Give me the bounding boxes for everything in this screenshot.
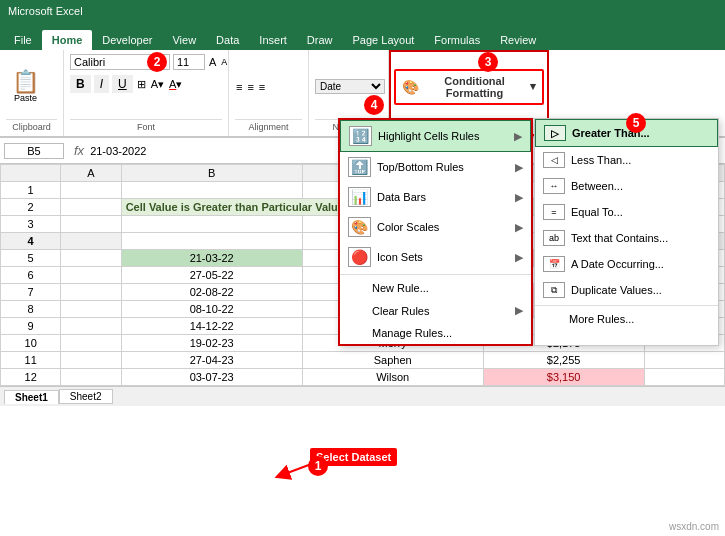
cell-a4[interactable]: [61, 233, 121, 250]
cell-b5[interactable]: 21-03-22: [121, 250, 302, 267]
clipboard-group: 📋 Paste Clipboard: [0, 50, 64, 136]
font-increase-button[interactable]: A: [208, 55, 217, 69]
cell-e12[interactable]: [644, 369, 724, 386]
cell-b8[interactable]: 08-10-22: [121, 301, 302, 318]
cell-b3[interactable]: [121, 216, 302, 233]
submenu-item-between[interactable]: ↔ Between...: [535, 173, 718, 199]
align-right-button[interactable]: ≡: [258, 80, 266, 94]
font-row2: B I U ⊞ A▾ A▾: [70, 75, 222, 93]
cell-a6[interactable]: [61, 267, 121, 284]
submenu-item-textcontains[interactable]: ab Text that Contains...: [535, 225, 718, 251]
paste-button[interactable]: 📋 Paste: [6, 68, 45, 106]
menu-item-databars[interactable]: 📊 Data Bars ▶: [340, 182, 531, 212]
equalto-icon: =: [543, 204, 565, 220]
title-text: Microsoft Excel: [8, 5, 83, 17]
cell-b4[interactable]: Date: [121, 233, 302, 250]
submenu-item-lessthan[interactable]: ◁ Less Than...: [535, 147, 718, 173]
cell-b6[interactable]: 27-05-22: [121, 267, 302, 284]
tab-developer[interactable]: Developer: [92, 30, 162, 50]
underline-button[interactable]: U: [112, 75, 133, 93]
cell-a2[interactable]: [61, 199, 121, 216]
align-center-button[interactable]: ≡: [246, 80, 254, 94]
cell-a9[interactable]: [61, 318, 121, 335]
font-decrease-button[interactable]: A: [220, 56, 228, 68]
tab-page-layout[interactable]: Page Layout: [343, 30, 425, 50]
row-num-1: 1: [1, 182, 61, 199]
cell-b1[interactable]: [121, 182, 302, 199]
cell-b9[interactable]: 14-12-22: [121, 318, 302, 335]
col-header-b[interactable]: B: [121, 165, 302, 182]
ribbon-tabs: File Home Developer View Data Insert Dra…: [0, 22, 725, 50]
sheet-tab-1[interactable]: Sheet1: [4, 390, 59, 404]
paste-icon: 📋: [12, 71, 39, 93]
col-header-a[interactable]: A: [61, 165, 121, 182]
menu-item-colorscales[interactable]: 🎨 Color Scales ▶: [340, 212, 531, 242]
menu-item-iconsets[interactable]: 🔴 Icon Sets ▶: [340, 242, 531, 272]
cell-c11[interactable]: Saphen: [302, 352, 483, 369]
number-format-select[interactable]: Date: [315, 79, 385, 94]
row-num-11: 11: [1, 352, 61, 369]
tab-data[interactable]: Data: [206, 30, 249, 50]
tab-home[interactable]: Home: [42, 30, 93, 50]
submenu-item-duplicatevalues[interactable]: ⧉ Duplicate Values...: [535, 277, 718, 303]
dateoccurring-icon: 📅: [543, 256, 565, 272]
fill-color-button[interactable]: A▾: [150, 77, 165, 92]
row-num-6: 6: [1, 267, 61, 284]
submenu-item-morerules[interactable]: More Rules...: [535, 308, 718, 330]
submenu-item-dateoccurring[interactable]: 📅 A Date Occurring...: [535, 251, 718, 277]
row-num-8: 8: [1, 301, 61, 318]
cell-d12[interactable]: $3,150: [483, 369, 644, 386]
cell-a7[interactable]: [61, 284, 121, 301]
submenu-label: A Date Occurring...: [571, 258, 664, 270]
font-size-input[interactable]: [173, 54, 205, 70]
menu-item-label: Highlight Cells Rules: [378, 130, 480, 142]
conditional-formatting-button[interactable]: 🎨 Conditional Formatting ▾: [394, 69, 544, 105]
cell-reference-input[interactable]: [4, 143, 64, 159]
tab-draw[interactable]: Draw: [297, 30, 343, 50]
cell-a1[interactable]: [61, 182, 121, 199]
cell-b12[interactable]: 03-07-23: [121, 369, 302, 386]
sheet-tab-2[interactable]: Sheet2: [59, 389, 113, 404]
italic-button[interactable]: I: [94, 75, 109, 93]
cell-a8[interactable]: [61, 301, 121, 318]
cell-a12[interactable]: [61, 369, 121, 386]
tab-formulas[interactable]: Formulas: [424, 30, 490, 50]
menu-item-highlight-cells[interactable]: 🔢 Highlight Cells Rules ▶: [340, 120, 531, 152]
tab-insert[interactable]: Insert: [249, 30, 297, 50]
cell-a11[interactable]: [61, 352, 121, 369]
circle-label-1: 1: [308, 456, 328, 476]
title-bar: Microsoft Excel: [0, 0, 725, 22]
cell-a5[interactable]: [61, 250, 121, 267]
row-num-9: 9: [1, 318, 61, 335]
font-color-button[interactable]: A▾: [168, 77, 183, 92]
alignment-group: ≡ ≡ ≡ Alignment: [229, 50, 309, 136]
menu-item-topbottom[interactable]: 🔝 Top/Bottom Rules ▶: [340, 152, 531, 182]
cell-b7[interactable]: 02-08-22: [121, 284, 302, 301]
menu-item-newrule[interactable]: New Rule...: [340, 277, 531, 299]
tab-view[interactable]: View: [162, 30, 206, 50]
cf-top: 🎨 Conditional Formatting ▾: [394, 55, 544, 118]
menu-item-label: New Rule...: [372, 282, 429, 294]
cell-b11[interactable]: 27-04-23: [121, 352, 302, 369]
cell-c12[interactable]: Wilson: [302, 369, 483, 386]
cf-label: Conditional Formatting: [423, 75, 526, 99]
menu-item-label: Top/Bottom Rules: [377, 161, 464, 173]
bold-button[interactable]: B: [70, 75, 91, 93]
menu-item-managerules[interactable]: Manage Rules...: [340, 322, 531, 344]
cell-a10[interactable]: [61, 335, 121, 352]
align-left-button[interactable]: ≡: [235, 80, 243, 94]
cell-a3[interactable]: [61, 216, 121, 233]
tab-review[interactable]: Review: [490, 30, 546, 50]
row-num-10: 10: [1, 335, 61, 352]
menu-item-clearrules[interactable]: Clear Rules ▶: [340, 299, 531, 322]
menu-arrow-icon: ▶: [515, 161, 523, 174]
submenu-item-equalto[interactable]: = Equal To...: [535, 199, 718, 225]
border-button[interactable]: ⊞: [136, 77, 147, 92]
tab-file[interactable]: File: [4, 30, 42, 50]
cell-b10[interactable]: 19-02-23: [121, 335, 302, 352]
cell-e11[interactable]: [644, 352, 724, 369]
circle-label-2: 2: [147, 52, 167, 72]
table-row: 11 27-04-23 Saphen $2,255: [1, 352, 725, 369]
cell-d11[interactable]: $2,255: [483, 352, 644, 369]
menu-item-label: Clear Rules: [372, 305, 429, 317]
